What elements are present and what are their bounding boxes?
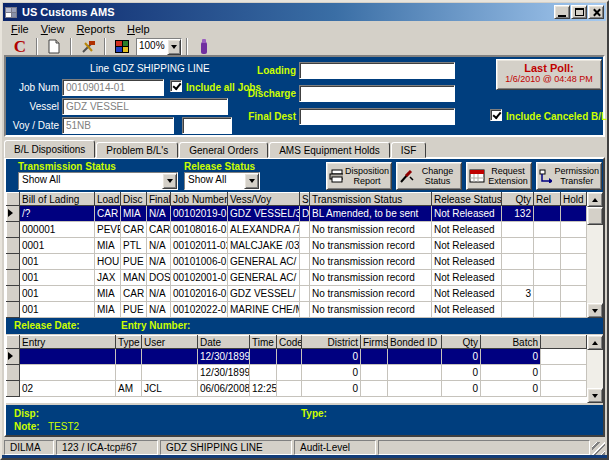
column-header-filler [541,336,587,349]
column-header[interactable]: User [142,336,198,349]
cell [561,206,587,222]
zoom-dropdown-button[interactable] [167,39,181,55]
dropdown-button[interactable] [244,173,259,189]
scrollbar-thumb[interactable] [587,207,603,225]
scroll-up-button[interactable] [587,192,603,207]
job-num-input[interactable] [62,79,164,96]
maximize-button[interactable] [571,5,587,19]
filter-button[interactable] [192,37,216,57]
column-header[interactable]: Bill of Lading [20,193,95,206]
scroll-down-button[interactable] [587,388,603,403]
include-all-jobs-checkbox[interactable] [170,80,182,92]
cell: 0 [442,349,481,365]
vessel-input[interactable] [62,98,228,115]
menu-file[interactable]: File [5,23,35,35]
table-row[interactable]: 12/30/1899000 [7,349,587,365]
cell: Not Released [432,238,502,254]
column-header[interactable]: Time [250,336,277,349]
tab-isf[interactable]: ISF [391,142,427,158]
table-row[interactable]: 0001MIAPTLN/A00102011-02MALCJAKE /03/3No… [7,238,587,254]
menu-help[interactable]: Help [121,23,156,35]
table-row[interactable]: 001HOUPUEN/A00101006-02GENERAL AC/No tra… [7,254,587,270]
scroll-down-button[interactable] [587,303,603,318]
column-header[interactable]: Code [277,336,302,349]
release-status-select[interactable]: Show All [184,172,260,190]
column-header[interactable]: Qty [502,193,534,206]
column-header[interactable]: Vess/Voy [228,193,300,206]
column-header[interactable]: Date [198,336,250,349]
request-extension-button[interactable]: Request Extension [466,162,532,190]
disposition-report-button[interactable]: Disposition Report [326,162,392,190]
resize-grip[interactable] [592,442,605,455]
table-row[interactable]: 001JAXMANDOS00102001-02GENERAL AC/No tra… [7,270,587,286]
minimize-button[interactable] [554,5,570,19]
cell [300,254,310,270]
cell: AM [116,381,142,397]
scrollbar-track[interactable] [587,225,603,303]
status-bar: DILMA 123 / ICA-tcp#67 GDZ SHIPPING LINE… [4,439,605,455]
include-canceled-checkbox[interactable] [490,109,502,121]
cell: 001 [20,286,95,302]
cell [250,349,277,365]
arrow-down-icon [592,309,598,313]
table-row[interactable]: 001MIACARN/A00102016-02GDZ VESSEL/No tra… [7,286,587,302]
cell [534,222,561,238]
transmission-status-select[interactable]: Show All [18,172,178,190]
table-row[interactable]: 12/30/1899000 [7,365,587,381]
refresh-button[interactable] [8,37,32,57]
column-header[interactable]: Entry [20,336,116,349]
table-row[interactable]: /?CARMIAN/A00102019-01GDZ VESSEL/345NDBL… [7,206,587,222]
arrow-down-icon [592,394,598,398]
column-header[interactable]: Bonded ID [388,336,442,349]
column-header[interactable]: S [300,193,310,206]
column-header[interactable]: Disc [121,193,147,206]
layout-button[interactable] [110,37,134,57]
column-header[interactable]: Qty [442,336,481,349]
menu-reports[interactable]: Reports [70,23,121,35]
loading-input[interactable] [299,62,455,79]
column-header[interactable]: Release Status [432,193,502,206]
discharge-input[interactable] [299,85,455,102]
dropdown-button[interactable] [162,173,177,189]
column-header[interactable]: Load [95,193,121,206]
menu-view[interactable]: View [35,23,71,35]
cell-filler [541,365,587,381]
tab-ams-equipment-holds[interactable]: AMS Equipment Holds [269,142,390,158]
cell: N/A [147,238,171,254]
change-status-button[interactable]: Change Status [396,162,462,190]
tools-button[interactable] [76,37,100,57]
column-header[interactable]: Job Number [171,193,228,206]
tab-bl-dispositions[interactable]: B/L Dispositions [4,140,95,158]
table-row[interactable]: 000001PEVECARCAR00108016-02ALEXANDRA /72… [7,222,587,238]
zoom-combo[interactable]: 100% [136,38,182,56]
column-header[interactable]: Rel [534,193,561,206]
table-row[interactable]: 02AMJCL06/06/200812:25000 [7,381,587,397]
row-selector-cell [7,365,20,381]
column-header[interactable]: District [302,336,361,349]
column-header[interactable]: Final [147,193,171,206]
cell-filler [541,381,587,397]
voy-input[interactable] [62,117,174,134]
cell: No transmission record [310,222,432,238]
cell [561,270,587,286]
document-button[interactable] [42,37,66,57]
app-icon[interactable] [5,6,18,19]
tab-problem-bls[interactable]: Problem B/L's [96,142,178,158]
column-header[interactable]: Transmission Status [310,193,432,206]
bl-table: Bill of LadingLoadDiscFinalJob NumberVes… [6,192,587,318]
permission-transfer-button[interactable]: Permission Transfer [536,162,602,190]
voy-date2-input[interactable] [182,117,232,134]
scrollbar-track[interactable] [587,350,603,388]
column-header[interactable]: Firms [361,336,388,349]
table-row[interactable]: 001MIAPUEN/A00102022-02MARINE CHE/MCOUNo… [7,302,587,318]
final-dest-input[interactable] [299,108,455,125]
column-header[interactable]: Hold [561,193,587,206]
color-grid-icon [115,40,129,53]
tab-strip: B/L Dispositions Problem B/L's General O… [4,140,427,158]
printer-icon [329,169,343,183]
column-header[interactable]: Type [116,336,142,349]
scroll-up-button[interactable] [587,335,603,350]
close-button[interactable] [588,5,604,19]
column-header[interactable]: Batch [481,336,541,349]
tab-general-orders[interactable]: General Orders [179,142,268,158]
